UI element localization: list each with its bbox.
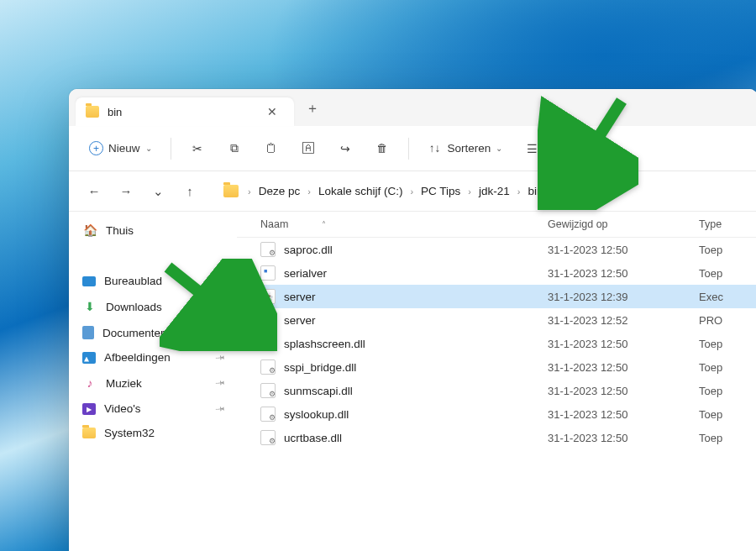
- file-modified: 31-1-2023 12:50: [548, 338, 699, 350]
- rename-icon: 🄰: [301, 141, 316, 156]
- column-modified[interactable]: Gewijzigd op: [548, 218, 608, 230]
- file-type: Toep: [699, 244, 756, 256]
- file-row[interactable]: ucrtbase.dll31-1-2023 12:50Toep: [237, 426, 756, 449]
- chevron-right-icon: ›: [465, 186, 474, 197]
- file-modified: 31-1-2023 12:50: [548, 267, 699, 280]
- music-icon: ♪: [82, 375, 97, 391]
- chevron-down-icon: ⌄: [496, 144, 502, 153]
- breadcrumb[interactable]: › Deze pc › Lokale schijf (C:) › PC Tips…: [223, 181, 556, 201]
- scissors-icon: ✂: [190, 141, 205, 156]
- cut-button[interactable]: ✂: [181, 134, 213, 163]
- sidebar-item[interactable]: ♪Muziek📌︎: [72, 370, 234, 396]
- document-icon: [82, 326, 94, 339]
- file-row[interactable]: sspi_bridge.dll31-1-2023 12:50Toep: [237, 355, 756, 379]
- chevron-right-icon: ›: [245, 186, 254, 197]
- breadcrumb-item[interactable]: Deze pc: [255, 181, 304, 201]
- chevron-down-icon: ⌄: [607, 144, 614, 153]
- file-row[interactable]: server31-1-2023 12:39Exec: [237, 285, 756, 308]
- chevron-right-icon: ›: [515, 186, 523, 197]
- chevron-down-icon: ⌄: [145, 144, 152, 153]
- separator: [171, 138, 171, 160]
- file-name: ucrtbase.dll: [284, 432, 342, 444]
- sidebar-item-label: Afbeeldingen: [104, 351, 171, 364]
- window-tab[interactable]: bin ✕: [76, 97, 294, 126]
- new-button[interactable]: + Nieuw ⌄: [81, 135, 160, 161]
- desktop-icon: [82, 276, 96, 286]
- new-tab-button[interactable]: ＋: [294, 92, 331, 126]
- new-button-label: Nieuw: [108, 142, 140, 155]
- sidebar-item[interactable]: Video's📌︎: [72, 396, 234, 421]
- file-type: Toep: [699, 408, 756, 421]
- column-name[interactable]: Naam: [260, 218, 288, 230]
- breadcrumb-item[interactable]: PC Tips: [417, 181, 464, 201]
- sidebar-item-home[interactable]: 🏠 Thuis: [72, 217, 234, 244]
- file-row[interactable]: saproc.dll31-1-2023 12:50Toep: [237, 238, 756, 261]
- file-type: Toep: [699, 267, 756, 280]
- folder-icon: [86, 106, 99, 118]
- sidebar-item[interactable]: Documenten📌︎: [72, 320, 234, 345]
- breadcrumb-item[interactable]: Lokale schijf (C:): [315, 181, 407, 201]
- file-name: server: [284, 314, 316, 327]
- breadcrumb-item[interactable]: jdk-21: [475, 181, 513, 201]
- file-icon: [260, 242, 276, 257]
- file-icon: [260, 265, 276, 281]
- file-row[interactable]: sunmscapi.dll31-1-2023 12:50Toep: [237, 379, 756, 402]
- file-name: splashscreen.dll: [284, 338, 365, 350]
- share-icon: ↪: [338, 141, 353, 156]
- folder-icon: [82, 428, 96, 438]
- rename-button[interactable]: 🄰: [292, 134, 324, 163]
- sort-button[interactable]: ↑↓ Sorteren ⌄: [419, 135, 512, 162]
- video-icon: [82, 403, 96, 415]
- file-name: sspi_bridge.dll: [284, 361, 356, 374]
- pin-icon: 📌︎: [213, 299, 228, 314]
- file-row[interactable]: server31-1-2023 12:52PRO: [237, 308, 756, 332]
- delete-button[interactable]: 🗑: [366, 134, 398, 163]
- file-modified: 31-1-2023 12:50: [548, 408, 699, 421]
- sort-button-label: Sorteren: [448, 142, 491, 155]
- file-row[interactable]: splashscreen.dll31-1-2023 12:50Toep: [237, 332, 756, 355]
- recent-button[interactable]: ⌄: [144, 178, 171, 205]
- file-type: Toep: [699, 432, 756, 444]
- sort-icon: ↑↓: [428, 141, 443, 156]
- trash-icon: 🗑: [375, 141, 390, 156]
- sidebar-item[interactable]: Afbeeldingen📌︎: [72, 345, 234, 370]
- home-icon: 🏠: [82, 223, 97, 238]
- column-type[interactable]: Type: [699, 218, 722, 230]
- file-type: Toep: [699, 361, 756, 374]
- sidebar-item[interactable]: System32: [72, 421, 234, 445]
- file-name: syslookup.dll: [284, 408, 349, 421]
- view-button[interactable]: ☰ Weergeven ⌄: [516, 135, 622, 162]
- sidebar-item-label: Video's: [104, 402, 141, 415]
- chevron-right-icon: ›: [305, 186, 313, 197]
- explorer-window: bin ✕ ＋ + Nieuw ⌄ ✂ ⧉ 📋︎ 🄰 ↪ 🗑 ↑↓ Sorter…: [69, 89, 756, 551]
- explorer-body: 🏠 Thuis Bureaublad📌︎⬇Downloads📌︎Document…: [69, 212, 756, 551]
- breadcrumb-item[interactable]: bin: [524, 181, 546, 201]
- file-row[interactable]: syslookup.dll31-1-2023 12:50Toep: [237, 402, 756, 426]
- file-icon: [260, 383, 276, 398]
- copy-button[interactable]: ⧉: [218, 134, 250, 163]
- file-icon: [260, 359, 276, 375]
- back-button[interactable]: ←: [81, 178, 108, 205]
- separator: [408, 138, 409, 160]
- column-headers[interactable]: Naam ˄ Gewijzigd op Type: [237, 212, 756, 238]
- pin-icon: 📌︎: [213, 325, 228, 340]
- file-name: sunmscapi.dll: [284, 385, 353, 397]
- up-button[interactable]: ↑: [176, 178, 203, 205]
- file-icon: [260, 407, 276, 422]
- paste-button[interactable]: 📋︎: [255, 134, 287, 163]
- forward-button[interactable]: →: [113, 178, 139, 205]
- share-button[interactable]: ↪: [329, 134, 361, 163]
- file-list: Naam ˄ Gewijzigd op Type saproc.dll31-1-…: [237, 212, 756, 551]
- nav-bar: ← → ⌄ ↑ › Deze pc › Lokale schijf (C:) ›…: [69, 171, 756, 212]
- sort-indicator-icon: ˄: [322, 220, 326, 229]
- sidebar-item[interactable]: Bureaublad📌︎: [72, 269, 234, 293]
- pin-icon: 📌︎: [213, 375, 228, 391]
- file-modified: 31-1-2023 12:50: [548, 244, 699, 256]
- sidebar-item[interactable]: ⬇Downloads📌︎: [72, 293, 234, 320]
- close-tab-icon[interactable]: ✕: [262, 103, 282, 120]
- file-row[interactable]: serialver31-1-2023 12:50Toep: [237, 261, 756, 285]
- sidebar-item-label: System32: [104, 427, 155, 439]
- clipboard-icon: 📋︎: [264, 141, 279, 156]
- view-icon: ☰: [524, 141, 539, 156]
- chevron-right-icon: ›: [407, 186, 416, 197]
